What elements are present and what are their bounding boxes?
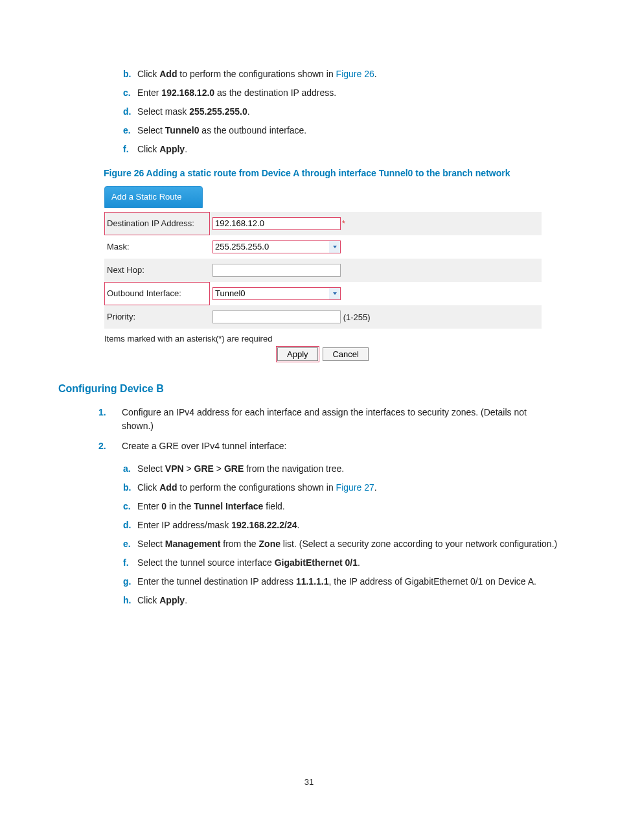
step-marker: c. (123, 86, 137, 100)
label-next-hop: Next Hop: (107, 265, 144, 275)
step-marker: 2. (98, 439, 122, 453)
text: Enter (137, 88, 161, 98)
step-marker: b. (123, 481, 137, 495)
text: > (184, 463, 194, 474)
text-bold: VPN (165, 463, 184, 474)
step-marker: d. (123, 105, 137, 119)
step-2: 2. Create a GRE over IPv4 tunnel interfa… (98, 439, 560, 453)
sub-c: c. Enter 0 in the Tunnel Interface field… (123, 500, 560, 513)
step-marker: e. (123, 537, 137, 551)
text: Select the tunnel source interface (137, 557, 275, 568)
step-marker: e. (123, 124, 137, 137)
tab-add-static-route[interactable]: Add a Static Route (104, 186, 203, 208)
text: to perform the configurations shown in (177, 482, 336, 493)
step-e: e. Select Tunnel0 as the outbound interf… (123, 124, 560, 137)
text-bold: 192.168.22.2/24 (231, 520, 297, 530)
step-marker: b. (123, 67, 137, 81)
step-marker: g. (123, 575, 137, 589)
text: Select (137, 539, 165, 549)
figure-link[interactable]: Figure 27 (336, 482, 374, 493)
step-marker: 1. (98, 406, 122, 433)
step-marker: f. (123, 143, 137, 156)
apply-button[interactable]: Apply (277, 347, 318, 361)
text-bold: 255.255.255.0 (189, 106, 247, 117)
label-outbound-if: Outbound Interface: (107, 288, 181, 298)
sub-d: d. Enter IP address/mask 192.168.22.2/24… (123, 519, 560, 532)
text-bold: Apply (159, 595, 185, 605)
required-note: Items marked with an asterisk(*) are req… (104, 332, 558, 345)
step-marker: f. (123, 556, 137, 570)
figure-caption: Figure 26 Adding a static route from Dev… (104, 167, 560, 180)
text: Configure an IPv4 address for each inter… (122, 406, 560, 433)
text: Enter the tunnel destination IP address (137, 576, 296, 587)
label-priority: Priority: (107, 312, 135, 321)
text: . (247, 106, 250, 117)
outbound-if-select[interactable] (212, 287, 341, 300)
step-c: c. Enter 192.168.12.0 as the destination… (123, 86, 560, 100)
priority-hint: (1-255) (343, 312, 371, 321)
figure-link[interactable]: Figure 26 (336, 69, 374, 79)
text: Select mask (137, 106, 189, 117)
text-bold: 192.168.12.0 (161, 88, 214, 98)
section-heading: Configuring Device B (58, 381, 560, 397)
sub-h: h. Click Apply. (123, 594, 560, 607)
text-bold: Apply (159, 144, 185, 154)
text: Click (137, 595, 159, 605)
next-hop-input[interactable] (212, 264, 341, 277)
label-dest-ip: Destination IP Address: (107, 218, 194, 228)
text: from the (220, 539, 258, 549)
sub-g: g. Enter the tunnel destination IP addre… (123, 575, 560, 589)
text: , the IP address of GigabitEthernet 0/1 … (329, 576, 536, 587)
text: Create a GRE over IPv4 tunnel interface: (122, 439, 286, 453)
priority-input[interactable] (212, 310, 341, 323)
numbered-steps: 1. Configure an IPv4 address for each in… (98, 406, 560, 453)
sub-b: b. Click Add to perform the configuratio… (123, 481, 560, 495)
text-bold: 0 (161, 501, 166, 511)
static-route-form: Destination IP Address: * Mask: Next Hop… (104, 212, 542, 329)
text-bold: Add (159, 482, 177, 493)
text: list. (Select a security zone according … (280, 539, 557, 549)
text: as the destination IP address. (214, 88, 336, 98)
mask-select[interactable] (212, 240, 341, 253)
text: Select (137, 125, 165, 135)
step-marker: c. (123, 500, 137, 513)
sub-f: f. Select the tunnel source interface Gi… (123, 556, 560, 570)
text: field. (263, 501, 284, 511)
text-bold: Zone (259, 539, 280, 549)
sub-a: a. Select VPN > GRE > GRE from the navig… (123, 462, 560, 476)
text: . (358, 557, 360, 568)
text: Enter (137, 501, 161, 511)
sub-e: e. Select Management from the Zone list.… (123, 537, 560, 551)
dest-ip-input[interactable] (212, 217, 341, 230)
outbound-if-input[interactable] (212, 287, 329, 300)
text: as the outbound interface. (199, 125, 306, 135)
step-f: f. Click Apply. (123, 143, 560, 156)
label-mask: Mask: (107, 242, 130, 251)
text: Enter IP address/mask (137, 520, 231, 530)
text: . (374, 69, 377, 79)
chevron-down-icon[interactable] (329, 287, 341, 300)
text-bold: GRE (224, 463, 244, 474)
figure-26: Add a Static Route Destination IP Addres… (104, 185, 558, 362)
alpha-steps-sub: a. Select VPN > GRE > GRE from the navig… (123, 462, 560, 607)
text-bold: Tunnel Interface (194, 501, 263, 511)
alpha-steps-top: b. Click Add to perform the configuratio… (123, 67, 560, 156)
text: Click (137, 69, 159, 79)
text-bold: GigabitEthernet 0/1 (275, 557, 358, 568)
text: in the (166, 501, 194, 511)
cancel-button[interactable]: Cancel (323, 347, 368, 361)
page-number: 31 (58, 776, 560, 789)
text: . (297, 520, 299, 530)
step-marker: d. (123, 519, 137, 532)
text: Click (137, 482, 159, 493)
step-marker: h. (123, 594, 137, 607)
text-bold: Add (159, 69, 177, 79)
text-bold: Management (165, 539, 221, 549)
text: . (374, 482, 377, 493)
mask-input[interactable] (212, 240, 329, 253)
step-1: 1. Configure an IPv4 address for each in… (98, 406, 560, 433)
required-asterisk: * (342, 219, 345, 228)
text: . (185, 595, 187, 605)
text: to perform the configurations shown in (177, 69, 336, 79)
chevron-down-icon[interactable] (329, 240, 341, 253)
